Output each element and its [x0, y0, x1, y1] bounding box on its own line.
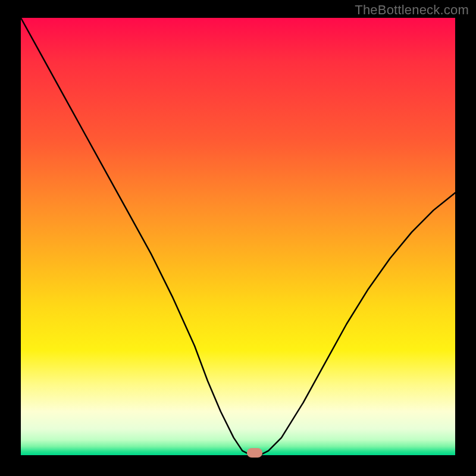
optimal-marker: [247, 448, 262, 458]
bottleneck-curve: [21, 18, 455, 455]
chart-frame: TheBottleneck.com: [0, 0, 476, 476]
watermark-text: TheBottleneck.com: [355, 2, 469, 18]
plot-outer: [21, 18, 455, 455]
